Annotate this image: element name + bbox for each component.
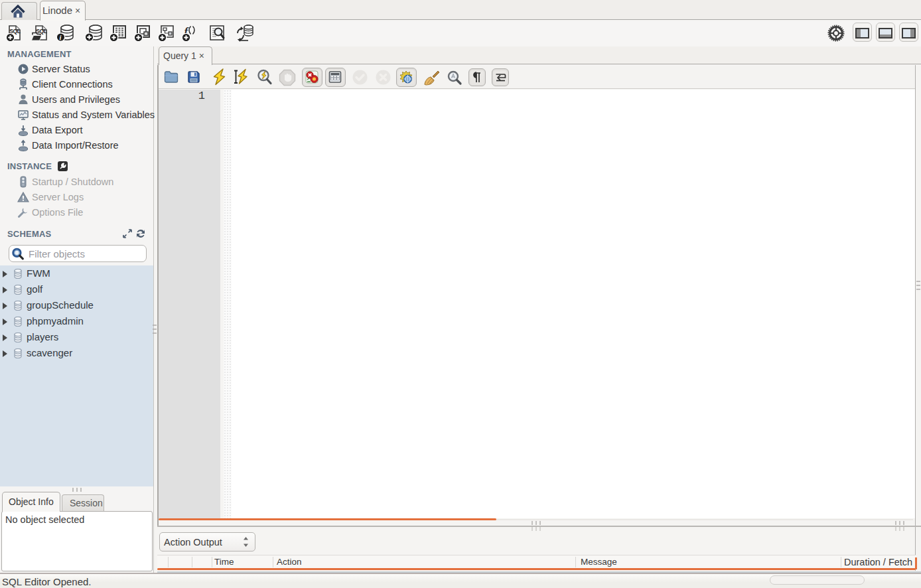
svg-text:SQL: SQL — [36, 28, 46, 35]
svg-text:i: i — [60, 34, 62, 41]
